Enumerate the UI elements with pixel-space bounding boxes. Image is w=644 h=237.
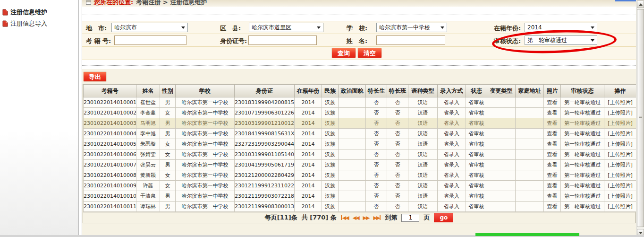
- table-row: 2301022014010008黄新颖女哈尔滨市第一中学校23012120000…: [84, 170, 636, 181]
- table-cell: 朱禹璇: [136, 139, 160, 149]
- city-select[interactable]: 哈尔滨市: [111, 23, 188, 32]
- column-header: 审核状态: [561, 85, 604, 97]
- results-table-container: 考籍号姓名性别学校身份证在籍年份民族政治面貌特长生特长班语种类型录入方式状态变更…: [83, 84, 636, 223]
- table-cell: 第一轮审核通过: [561, 129, 604, 139]
- year-select[interactable]: 2014: [525, 23, 597, 32]
- view-photo-link[interactable]: 查看: [547, 141, 558, 147]
- table-cell: 2014: [295, 191, 322, 202]
- table-cell: 省录入: [438, 118, 466, 129]
- upload-photo-link[interactable]: [上传照片]: [608, 193, 633, 199]
- table-cell: 哈尔滨市第一中学校: [176, 181, 235, 191]
- table-cell: [487, 129, 516, 139]
- clear-button[interactable]: 清空: [357, 48, 382, 58]
- table-cell: [516, 170, 544, 181]
- upload-photo-link[interactable]: [上传照片]: [608, 141, 633, 147]
- page-number-input[interactable]: [401, 214, 419, 222]
- table-cell: 2014: [295, 160, 322, 170]
- table-cell: 省录入: [438, 97, 466, 108]
- goto-page-label: 到第: [385, 213, 397, 222]
- table-cell: 查看: [544, 202, 561, 212]
- name-input[interactable]: [376, 35, 445, 45]
- view-photo-link[interactable]: 查看: [547, 172, 558, 178]
- document-icon: [2, 20, 8, 27]
- table-cell: 男: [160, 129, 176, 139]
- upload-photo-link[interactable]: [上传照片]: [608, 110, 633, 116]
- table-cell: 否: [387, 170, 408, 181]
- main-area: 您所在的位置: 考籍注册 > 注册信息维护 地 市: 哈尔滨市 区 县: 哈尔滨…: [82, 0, 636, 237]
- table-cell: 否: [387, 139, 408, 149]
- school-select[interactable]: 哈尔滨市第一中学校: [376, 23, 447, 32]
- upload-photo-link[interactable]: [上传照片]: [608, 151, 633, 158]
- table-cell: 哈尔滨市第一中学校: [176, 108, 235, 118]
- view-photo-link[interactable]: 查看: [547, 183, 558, 189]
- column-header: 学校: [176, 85, 235, 97]
- upload-photo-link[interactable]: [上传照片]: [608, 162, 633, 168]
- go-button[interactable]: go: [434, 213, 453, 222]
- filter-row-3: 查询 清空: [82, 47, 636, 60]
- district-select[interactable]: 哈尔滨市道里区: [249, 23, 323, 32]
- first-page-button[interactable]: ◀◀: [341, 215, 348, 221]
- upload-photo-link[interactable]: [上传照片]: [608, 172, 633, 178]
- table-cell: 第一轮审核通过: [561, 160, 604, 170]
- total-count-text: 共 [770] 条: [302, 213, 337, 222]
- view-photo-link[interactable]: 查看: [547, 203, 558, 210]
- view-photo-link[interactable]: 查看: [547, 162, 558, 168]
- prev-page-button[interactable]: ◀◀: [353, 215, 359, 221]
- per-page-text: 每页[11]条: [265, 213, 297, 222]
- table-header-row: 考籍号姓名性别学校身份证在籍年份民族政治面貌特长生特长班语种类型录入方式状态变更…: [84, 85, 636, 97]
- last-page-button[interactable]: ▶▶: [373, 215, 381, 221]
- table-cell: 省录入: [438, 108, 466, 118]
- view-photo-link[interactable]: 查看: [547, 110, 558, 116]
- upload-photo-link[interactable]: [上传照片]: [608, 183, 633, 189]
- triangle-up-icon: [639, 3, 643, 6]
- table-cell: 许蕊: [136, 181, 160, 191]
- view-photo-link[interactable]: 查看: [547, 131, 558, 137]
- audit-status-select[interactable]: 第一轮审核通过: [525, 35, 597, 45]
- sidebar-item-register-info-maintain[interactable]: 注册信息维护: [0, 7, 78, 18]
- table-cell: 省审核: [466, 191, 487, 202]
- dropdown-arrow-icon: [317, 26, 321, 29]
- table-cell: 省审核: [466, 170, 487, 181]
- query-button[interactable]: 查询: [331, 48, 356, 58]
- scrollbar-thumb[interactable]: [637, 9, 644, 227]
- table-cell: 否: [387, 108, 408, 118]
- table-cell: 查看: [544, 97, 561, 108]
- table-cell: [339, 97, 366, 108]
- table-cell: 张昊云: [136, 160, 160, 170]
- table-row: 2301022014010003马明旭男哈尔滨市第一中学校23010319990…: [84, 118, 636, 129]
- table-cell: 省审核: [466, 118, 487, 129]
- view-photo-link[interactable]: 查看: [547, 193, 558, 199]
- view-photo-link[interactable]: 查看: [547, 120, 558, 126]
- table-cell: 2301022014010001: [84, 97, 136, 108]
- table-cell: [516, 160, 544, 170]
- upload-photo-link[interactable]: [上传照片]: [608, 120, 633, 126]
- table-cell: 女: [160, 181, 176, 191]
- view-photo-link[interactable]: 查看: [547, 99, 558, 105]
- table-cell: [339, 191, 366, 202]
- vertical-scrollbar[interactable]: [636, 0, 644, 237]
- table-cell: 否: [387, 129, 408, 139]
- table-cell: 2301022014010005: [84, 139, 136, 149]
- table-cell: 230104199905061719: [235, 160, 295, 170]
- next-page-button[interactable]: ▶▶: [363, 215, 369, 221]
- view-photo-link[interactable]: 查看: [547, 151, 558, 158]
- exam-no-input[interactable]: [114, 35, 186, 45]
- scroll-up-button[interactable]: [637, 0, 644, 8]
- upload-photo-link[interactable]: [上传照片]: [608, 203, 633, 210]
- table-cell: 查看: [544, 118, 561, 129]
- table-cell: [516, 181, 544, 191]
- table-cell: [516, 97, 544, 108]
- table-cell: 否: [366, 191, 387, 202]
- export-button[interactable]: 导出: [83, 71, 107, 82]
- table-cell: 2014: [295, 129, 322, 139]
- table-cell: 第一轮审核通过: [561, 108, 604, 118]
- upload-photo-link[interactable]: [上传照片]: [608, 99, 633, 105]
- table-cell: 男: [160, 160, 176, 170]
- table-cell: [516, 139, 544, 149]
- table-cell: 女: [160, 108, 176, 118]
- id-card-input[interactable]: [248, 35, 317, 45]
- sidebar-item-register-info-import[interactable]: 注册信息导入: [0, 18, 78, 29]
- table-cell: [上传照片]: [604, 191, 636, 202]
- upload-photo-link[interactable]: [上传照片]: [608, 131, 633, 137]
- table-cell: 于清泉: [136, 191, 160, 202]
